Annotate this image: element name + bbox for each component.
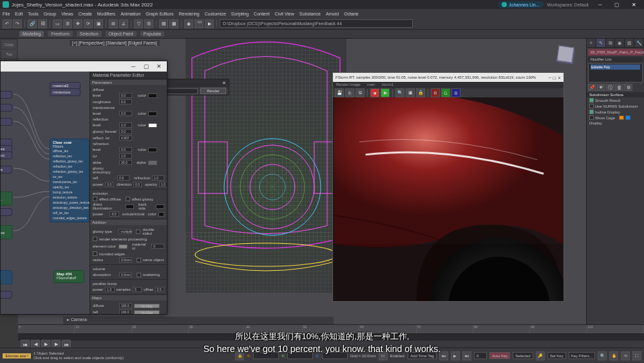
- top-button[interactable]: Top: [1, 50, 17, 59]
- nav-zoom-icon[interactable]: 🔍: [598, 351, 607, 360]
- menu-edit[interactable]: Edit: [15, 12, 23, 16]
- menu-content[interactable]: Content: [254, 12, 270, 16]
- cmd-modify-tab[interactable]: ✎: [596, 39, 606, 47]
- m-diff[interactable]: No Map: [134, 304, 160, 308]
- node-map35[interactable]: ap #35StormNoise: [1, 225, 12, 239]
- align-button[interactable]: ☰: [144, 19, 153, 28]
- scene-explorer-button[interactable]: ▦: [169, 19, 178, 28]
- menu-grapheditors[interactable]: Graph Editors: [146, 12, 173, 16]
- p-ior2[interactable]: 1.5: [119, 153, 132, 159]
- menu-arnold[interactable]: Arnold: [326, 12, 339, 16]
- rw-r-icon[interactable]: R: [431, 88, 440, 97]
- render-image[interactable]: [333, 97, 564, 301]
- p-ecolor[interactable]: [158, 212, 164, 217]
- node-out-6[interactable]: es_texture: [1, 166, 12, 173]
- cmd-hierarchy-tab[interactable]: ⊞: [606, 39, 616, 47]
- rw-tab-0[interactable]: Render image: [333, 82, 364, 88]
- p-level4[interactable]: 0.0: [119, 147, 132, 152]
- cmd-util-tab[interactable]: 🔧: [634, 39, 644, 47]
- p-ior[interactable]: 4.907: [119, 135, 132, 141]
- select-button[interactable]: ▭: [53, 19, 62, 28]
- chk-smooth[interactable]: [589, 98, 594, 103]
- cmd-create-tab[interactable]: +: [587, 39, 596, 47]
- rw-start-icon[interactable]: ▶: [381, 88, 390, 97]
- p-ppower[interactable]: 1.0: [105, 287, 114, 292]
- layer-button[interactable]: ▤: [159, 19, 168, 28]
- menu-customize[interactable]: Customize: [205, 12, 226, 16]
- object-name[interactable]: 65_PSR_ModP_Paint_P_Fender: [588, 49, 643, 55]
- maximize-button[interactable]: ▢: [609, 1, 625, 8]
- keyfilters-button[interactable]: Key Filters...: [569, 352, 595, 359]
- node-mixtexture[interactable]: mixtexture: [50, 88, 80, 96]
- m-diff-v[interactable]: 100.0: [119, 303, 132, 308]
- next-key-icon[interactable]: ⏭: [462, 351, 471, 360]
- redo-button[interactable]: ↷: [13, 19, 22, 28]
- rw-stop-icon[interactable]: ■: [370, 88, 379, 97]
- rw-region-icon[interactable]: ▣: [406, 88, 415, 97]
- node-map34[interactable]: Map #34 FStormFalloff: [53, 270, 84, 283]
- menu-substance[interactable]: Substance: [299, 12, 321, 16]
- rw-clone-icon[interactable]: ⧉: [355, 88, 365, 97]
- unlink-button[interactable]: ⛓: [38, 19, 47, 28]
- modifier-editablepoly[interactable]: Editable Poly: [591, 64, 640, 70]
- p-refr-color[interactable]: [148, 148, 157, 152]
- node-out-1[interactable]: ossy_tex: [1, 104, 12, 112]
- project-path[interactable]: D:\Dropbox (DCS)\Projects\Personal\Musta…: [220, 19, 413, 28]
- rw-tab-1[interactable]: main: [364, 82, 379, 88]
- move-button[interactable]: ✥: [73, 19, 82, 28]
- p-gf[interactable]: 0.0: [119, 129, 132, 134]
- undo-button[interactable]: ↶: [3, 19, 12, 28]
- viewport-label[interactable]: [+] [Perspective] [Standard] [Edged Face…: [70, 40, 160, 46]
- chk-isoline[interactable]: [589, 110, 594, 114]
- stack-unique-icon[interactable]: ⓘ: [606, 84, 614, 91]
- node-out-2[interactable]: ossy_tex: [1, 118, 12, 126]
- viewcube-icon[interactable]: [556, 45, 574, 63]
- cage-color2[interactable]: [625, 115, 630, 120]
- rw-tab-2[interactable]: storm1: [379, 82, 397, 88]
- p-dir[interactable]: 0.0: [133, 182, 142, 187]
- p-reflv[interactable]: 0.9: [117, 175, 129, 181]
- stack-pin-icon[interactable]: 📌: [588, 84, 596, 91]
- ribbon-populate[interactable]: Populate: [140, 31, 165, 37]
- rw-save-icon[interactable]: 💾: [335, 88, 344, 97]
- node-out-5[interactable]: rection_text: [1, 152, 12, 159]
- p-psamp[interactable]: 5: [133, 287, 142, 292]
- stack-config-icon[interactable]: ⚙: [624, 84, 632, 91]
- p-backside[interactable]: [156, 204, 164, 209]
- rw-lock-icon[interactable]: 🔒: [416, 88, 425, 97]
- p-matid[interactable]: 0: [151, 244, 164, 249]
- p-refl-color[interactable]: [148, 123, 157, 128]
- mtl-close[interactable]: ✕: [153, 62, 166, 71]
- menu-octane[interactable]: Octane: [344, 12, 359, 16]
- menu-animation[interactable]: Animation: [120, 12, 140, 16]
- nav-pan-icon[interactable]: ✋: [609, 351, 618, 360]
- params-sec1[interactable]: Parameters: [90, 80, 167, 85]
- play-anim-icon[interactable]: ▶: [451, 351, 460, 360]
- p-level3[interactable]: 1.0: [119, 123, 132, 128]
- p-level2[interactable]: 0.0: [119, 111, 132, 116]
- chk-affdiff[interactable]: [93, 197, 97, 201]
- menu-rendering[interactable]: Rendering: [178, 12, 199, 16]
- p-level1[interactable]: 0.0: [119, 93, 132, 98]
- chk-cage[interactable]: [589, 115, 594, 120]
- rw-g-icon[interactable]: G: [441, 88, 450, 97]
- nav-max-icon[interactable]: ⛶: [632, 351, 641, 360]
- chk-scatter[interactable]: [137, 273, 141, 277]
- rw-zoom-icon[interactable]: 🔍: [395, 88, 404, 97]
- subdiv-surface-group[interactable]: Subdivision Surface: [587, 92, 644, 97]
- node-source[interactable]: _source: [1, 208, 12, 216]
- viewcube[interactable]: [553, 41, 578, 67]
- chk-nurms[interactable]: [589, 104, 594, 108]
- m-refl-v[interactable]: 100.0: [119, 309, 132, 314]
- menu-file[interactable]: File: [3, 12, 10, 16]
- chk-redges[interactable]: [93, 251, 97, 256]
- rw-close[interactable]: ✕: [558, 75, 561, 80]
- p-gtype[interactable]: multiple: [118, 229, 131, 234]
- selected-filter[interactable]: Selected: [513, 352, 533, 359]
- minimize-button[interactable]: ─: [592, 1, 608, 8]
- render-setup-close[interactable]: ✕: [222, 81, 226, 86]
- workspace-label[interactable]: Workspaces: Default: [547, 3, 589, 7]
- mtl-maximize[interactable]: ▢: [140, 62, 153, 71]
- params-maps[interactable]: Maps: [90, 295, 167, 300]
- rw-b-icon[interactable]: B: [451, 88, 460, 97]
